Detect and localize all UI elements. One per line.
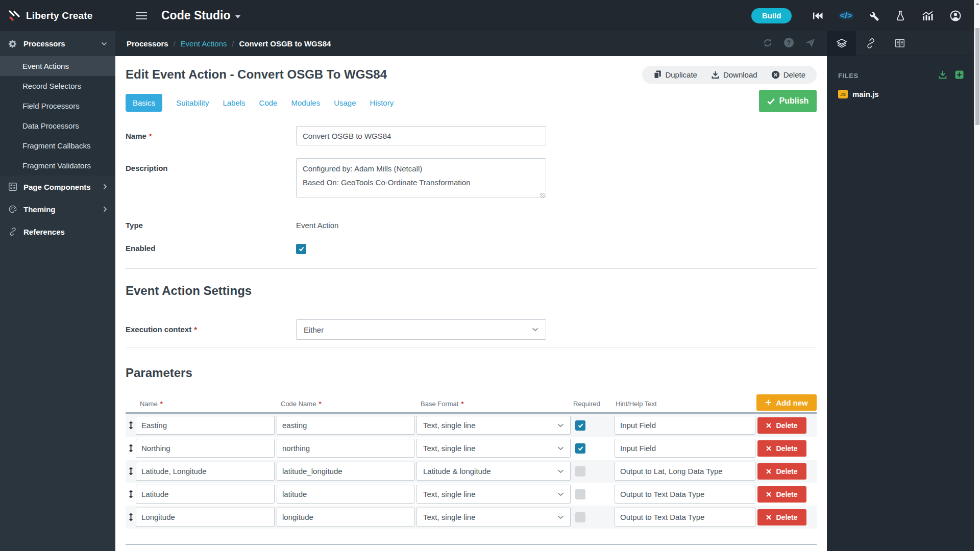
tab-suitability[interactable]: Suitability — [176, 98, 209, 107]
param-name-input[interactable] — [136, 462, 275, 481]
scroll-up-arrow-icon[interactable] — [975, 3, 979, 5]
param-base-format-select[interactable]: Text, single line — [416, 416, 571, 435]
drag-handle-icon[interactable] — [128, 421, 134, 430]
download-files-icon[interactable] — [938, 70, 947, 81]
param-required-checkbox[interactable] — [575, 466, 585, 477]
duplicate-button[interactable]: Duplicate — [653, 70, 697, 79]
param-required-checkbox[interactable] — [575, 420, 585, 431]
sidebar-item-processors[interactable]: Processors — [0, 31, 115, 56]
enabled-checkbox[interactable] — [296, 244, 306, 254]
param-base-format-select[interactable]: Latitude & longitude — [416, 462, 571, 481]
account-icon[interactable] — [949, 10, 962, 22]
rewind-icon[interactable] — [812, 11, 824, 20]
execution-context-select[interactable]: Either — [296, 319, 546, 340]
param-code-name-input[interactable] — [277, 485, 414, 504]
tab-modules[interactable]: Modules — [291, 98, 320, 107]
tab-code[interactable]: Code — [259, 98, 278, 107]
file-item-mainjs[interactable]: JS main.js — [827, 81, 974, 98]
name-input[interactable] — [296, 126, 546, 145]
tab-reference-book[interactable] — [885, 31, 914, 56]
param-name-input[interactable] — [136, 485, 275, 504]
breadcrumb-event-actions-link[interactable]: Event Actions — [181, 39, 227, 48]
sidebar-item-label: References — [23, 228, 65, 236]
delete-parameter-button[interactable]: Delete — [757, 440, 806, 457]
delete-parameter-button[interactable]: Delete — [757, 486, 806, 503]
wrench-icon[interactable] — [868, 10, 879, 21]
param-name-input[interactable] — [136, 416, 275, 435]
param-name-input[interactable] — [136, 508, 275, 527]
param-hint-input[interactable] — [615, 462, 755, 481]
param-required-checkbox[interactable] — [575, 512, 585, 522]
param-code-name-input[interactable] — [277, 439, 414, 458]
sidebar-item-page-components[interactable]: Page Components — [0, 176, 115, 198]
param-hint-input[interactable] — [615, 416, 755, 435]
check-icon — [767, 98, 775, 105]
sidebar-item-theming[interactable]: Theming — [0, 198, 115, 220]
tab-basics[interactable]: Basics — [126, 94, 162, 112]
param-code-name-input[interactable] — [277, 416, 414, 435]
sidebar-item-record-selectors[interactable]: Record Selectors — [0, 76, 115, 96]
menu-icon[interactable] — [136, 10, 147, 21]
delete-record-button[interactable]: Delete — [771, 70, 805, 79]
param-code-name-input[interactable] — [277, 462, 414, 481]
send-icon[interactable] — [805, 38, 816, 50]
tab-links[interactable] — [856, 31, 885, 56]
tab-layers[interactable] — [827, 31, 856, 56]
resize-grip-icon[interactable] — [540, 193, 545, 198]
app-switcher[interactable]: Code Studio — [161, 9, 240, 22]
add-file-icon[interactable] — [955, 70, 964, 81]
link-icon — [8, 227, 17, 236]
scrollbar-thumb[interactable] — [975, 28, 979, 125]
param-required-checkbox[interactable] — [575, 443, 585, 454]
sidebar-item-fragment-validators[interactable]: Fragment Validators — [0, 156, 115, 176]
param-hint-input[interactable] — [615, 485, 755, 504]
delete-parameter-button[interactable]: Delete — [757, 417, 806, 434]
sidebar-item-label: Theming — [23, 205, 56, 214]
sidebar-item-label: Page Components — [23, 183, 91, 191]
param-name-input[interactable] — [136, 439, 275, 458]
processors-submenu: Event Actions Record Selectors Field Pro… — [0, 56, 115, 176]
help-icon[interactable]: ? — [783, 37, 794, 50]
drag-handle-icon[interactable] — [128, 490, 134, 498]
refresh-icon[interactable] — [763, 38, 773, 50]
flask-icon[interactable] — [895, 10, 905, 21]
build-button[interactable]: Build — [751, 8, 792, 23]
delete-parameter-button[interactable]: Delete — [757, 509, 806, 525]
delete-parameter-button[interactable]: Delete — [757, 463, 806, 480]
tab-history[interactable]: History — [370, 98, 394, 107]
param-hint-input[interactable] — [615, 439, 755, 458]
brand-name: Liberty Create — [26, 10, 93, 21]
drag-handle-icon[interactable] — [128, 513, 134, 521]
param-base-format-select[interactable]: Text, single line — [416, 485, 571, 504]
code-studio-icon[interactable]: </> — [840, 11, 852, 21]
param-required-checkbox[interactable] — [575, 489, 585, 499]
stats-icon[interactable] — [921, 11, 934, 21]
sidebar-item-field-processors[interactable]: Field Processors — [0, 96, 115, 116]
x-icon — [766, 469, 771, 474]
sidebar-item-fragment-callbacks[interactable]: Fragment Callbacks — [0, 136, 115, 156]
app-window: Liberty Create Code Studio Build </> — [0, 0, 980, 551]
parameters-table-body: Text, single line Delete — [126, 414, 817, 529]
topbar-actions: Build </> — [751, 8, 980, 23]
param-base-format-select[interactable]: Text, single line — [416, 508, 571, 527]
tab-usage[interactable]: Usage — [334, 98, 356, 107]
param-base-format-select[interactable]: Text, single line — [416, 439, 571, 458]
param-code-name-input[interactable] — [277, 508, 414, 527]
sidebar-item-references[interactable]: References — [0, 220, 115, 243]
section-divider — [126, 268, 817, 269]
download-button[interactable]: Download — [711, 70, 757, 79]
sidebar-item-label: Processors — [23, 39, 65, 48]
description-textarea[interactable]: Configured by: Adam Mills (Netcall) Base… — [296, 158, 546, 197]
tab-labels[interactable]: Labels — [223, 98, 245, 107]
sidebar-item-event-actions[interactable]: Event Actions — [0, 56, 115, 76]
drag-handle-icon[interactable] — [128, 444, 134, 453]
add-new-parameter-button[interactable]: Add new — [756, 394, 817, 411]
parameter-row-longitude: Text, single line Delete — [126, 506, 817, 529]
sidebar: Processors Event Actions Record Selector… — [0, 31, 115, 551]
event-action-settings-heading: Event Action Settings — [126, 284, 817, 298]
sidebar-item-data-processors[interactable]: Data Processors — [0, 116, 115, 136]
param-hint-input[interactable] — [615, 508, 755, 527]
publish-button[interactable]: Publish — [759, 90, 817, 112]
vertical-scrollbar[interactable] — [974, 0, 980, 551]
drag-handle-icon[interactable] — [128, 467, 134, 475]
